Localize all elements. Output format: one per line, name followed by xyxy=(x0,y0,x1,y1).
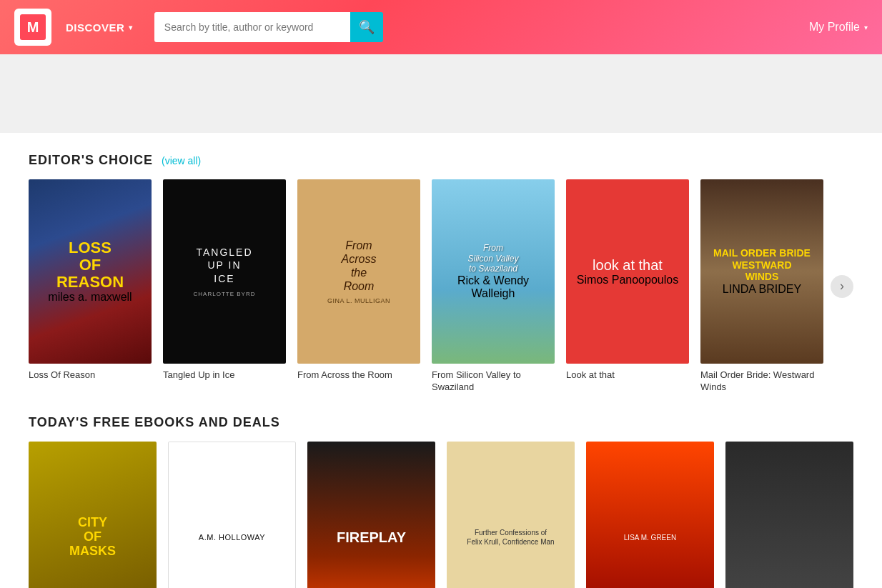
book-title: Loss Of Reason xyxy=(29,369,152,382)
editors-choice-row: LOSS OF REASONmiles a. maxwellLoss Of Re… xyxy=(29,179,853,394)
book-cover: Mail Order Bride Westward WINDSLINDA BRI… xyxy=(700,179,823,364)
book-item[interactable]: From Silicon Valley to SwazilandRick & W… xyxy=(432,179,555,394)
book-cover-text: FIREPLAY xyxy=(337,529,406,546)
search-button[interactable]: 🔍 xyxy=(350,12,383,42)
book-cover: LISA M. GREEN xyxy=(586,442,714,588)
book-item[interactable]: look at thatSimos PanoopoulosLook at tha… xyxy=(566,179,689,394)
discover-chevron-icon: ▾ xyxy=(129,24,133,31)
book-cover: TANGLED up in ICECHARLOTTE BYRD xyxy=(163,179,286,364)
discover-label: DISCOVER xyxy=(66,21,124,34)
book-cover: LOSS OF REASONmiles a. maxwell xyxy=(29,179,152,364)
discover-nav[interactable]: DISCOVER ▾ xyxy=(66,21,133,34)
book-cover-text: From Across the Room xyxy=(342,239,377,294)
book-cover-text: TANGLED up in ICE xyxy=(196,246,252,285)
logo[interactable]: M xyxy=(14,9,51,46)
book-cover: From Silicon Valley to SwazilandRick & W… xyxy=(432,179,555,364)
book-cover xyxy=(725,442,853,588)
logo-icon: M xyxy=(20,14,46,40)
book-cover: A.M. HOLLOWAY xyxy=(168,442,296,588)
book-cover-text: Further Confessions of Felix Krull, Conf… xyxy=(467,528,554,547)
book-cover-text: CITY OF MASKS xyxy=(69,516,116,558)
book-cover-text: look at that xyxy=(593,256,663,274)
book-item[interactable]: FIREPLAYFireplay xyxy=(307,442,435,588)
book-cover: Further Confessions of Felix Krull, Conf… xyxy=(447,442,575,588)
my-profile-menu[interactable]: My Profile ▾ xyxy=(809,21,868,34)
book-item[interactable]: LISA M. GREENLisa M. Green xyxy=(586,442,714,588)
book-cover-author: CHARLOTTE BYRD xyxy=(194,291,256,297)
book-cover-text: LISA M. GREEN xyxy=(624,534,676,542)
next-arrow-button[interactable]: › xyxy=(831,275,853,298)
book-item[interactable]: From Across the RoomGINA L. MULLIGANFrom… xyxy=(297,179,420,394)
header: M DISCOVER ▾ 🔍 My Profile ▾ xyxy=(0,0,882,54)
book-item[interactable]: TANGLED up in ICECHARLOTTE BYRDTangled U… xyxy=(163,179,286,394)
book-item[interactable]: Mail Order Bride Westward WINDSLINDA BRI… xyxy=(700,179,823,394)
free-ebooks-title: TODAY'S FREE EBOOKS AND DEALS xyxy=(29,415,853,430)
book-item[interactable]: CITY OF MASKSCity of Masks xyxy=(29,442,157,588)
book-title: From Silicon Valley to Swaziland xyxy=(432,369,555,394)
book-cover-text: Mail Order Bride Westward WINDS xyxy=(713,247,811,283)
free-ebooks-books: CITY OF MASKSCity of MasksA.M. HOLLOWAYA… xyxy=(29,442,853,588)
book-title: Look at that xyxy=(566,369,689,382)
main-content: EDITOR'S CHOICE (view all) LOSS OF REASO… xyxy=(0,133,882,588)
my-profile-label: My Profile xyxy=(809,21,860,34)
free-ebooks-section: TODAY'S FREE EBOOKS AND DEALS CITY OF MA… xyxy=(29,394,853,588)
profile-chevron-icon: ▾ xyxy=(864,24,868,31)
search-bar: 🔍 xyxy=(154,12,383,42)
book-title: Mail Order Bride: Westward Winds xyxy=(700,369,823,394)
book-title: Tangled Up in Ice xyxy=(163,369,286,382)
book-item[interactable]: Further Confessions of Felix Krull, Conf… xyxy=(447,442,575,588)
book-cover-author: LINDA BRIDEY xyxy=(723,283,801,296)
book-cover: look at thatSimos Panoopoulos xyxy=(566,179,689,364)
book-cover-author: Simos Panoopoulos xyxy=(577,274,678,286)
book-item[interactable]: A.M. HOLLOWAYA.M. Holloway xyxy=(168,442,296,588)
book-cover: From Across the RoomGINA L. MULLIGAN xyxy=(297,179,420,364)
banner-area xyxy=(0,54,882,133)
header-right: My Profile ▾ xyxy=(809,21,868,34)
book-cover-text: LOSS OF REASON xyxy=(56,239,124,291)
book-cover-text: From Silicon Valley to Swaziland xyxy=(468,243,519,274)
book-cover-author: GINA L. MULLIGAN xyxy=(327,297,390,304)
editors-choice-books: LOSS OF REASONmiles a. maxwellLoss Of Re… xyxy=(29,179,823,394)
book-cover-author: Rick & Wendy Walleigh xyxy=(439,274,547,300)
book-cover-text: A.M. HOLLOWAY xyxy=(199,533,265,542)
search-input[interactable] xyxy=(154,12,350,42)
editors-choice-header: EDITOR'S CHOICE (view all) xyxy=(29,133,853,179)
book-cover: CITY OF MASKS xyxy=(29,442,157,588)
editors-choice-title: EDITOR'S CHOICE xyxy=(29,153,153,168)
book-cover-author: miles a. maxwell xyxy=(48,291,132,304)
book-item[interactable]: Unknown xyxy=(725,442,853,588)
book-item[interactable]: LOSS OF REASONmiles a. maxwellLoss Of Re… xyxy=(29,179,152,394)
search-icon: 🔍 xyxy=(359,19,375,35)
book-cover: FIREPLAY xyxy=(307,442,435,588)
view-all-link[interactable]: (view all) xyxy=(162,155,201,166)
book-title: From Across the Room xyxy=(297,369,420,382)
